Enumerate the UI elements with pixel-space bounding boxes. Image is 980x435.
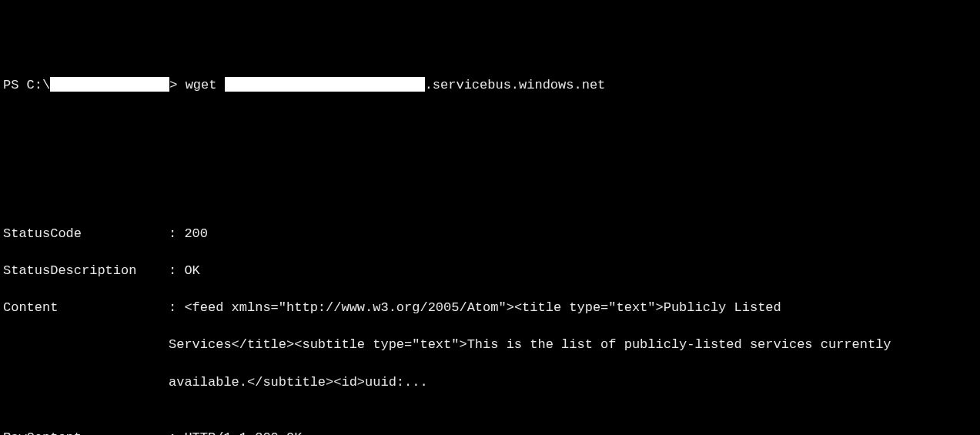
value-rawcontent-0: HTTP/1.1 200 OK [169, 429, 977, 435]
prompt-prefix: PS C:\ [3, 76, 50, 95]
label-statusdescription: StatusDescription [3, 262, 169, 280]
output-row-content: Content<feed xmlns="http://www.w3.org/20… [3, 299, 977, 317]
value-content-2: available.</subtitle><id>uuid:... [3, 373, 977, 392]
command-prompt-line[interactable]: PS C:\> wget .servicebus.windows.net [3, 76, 977, 95]
output-row-statuscode: StatusCode200 [3, 225, 977, 243]
output-row-statusdescription: StatusDescriptionOK [3, 262, 977, 280]
value-content-0: <feed xmlns="http://www.w3.org/2005/Atom… [169, 299, 977, 317]
redacted-path [50, 77, 169, 92]
prompt-caret: > [169, 76, 177, 95]
value-statuscode: 200 [169, 225, 977, 243]
redacted-argument [225, 77, 425, 92]
value-statusdescription: OK [169, 262, 977, 280]
label-rawcontent: RawContent [3, 429, 169, 435]
blank-line [3, 132, 977, 150]
blank-line [3, 169, 977, 187]
label-content: Content [3, 299, 169, 317]
value-content-1: Services</title><subtitle type="text">Th… [3, 336, 977, 354]
output-row-rawcontent: RawContentHTTP/1.1 200 OK [3, 429, 977, 435]
url-suffix: .servicebus.windows.net [425, 76, 606, 95]
label-statuscode: StatusCode [3, 225, 169, 243]
command-name: wget [186, 76, 217, 95]
